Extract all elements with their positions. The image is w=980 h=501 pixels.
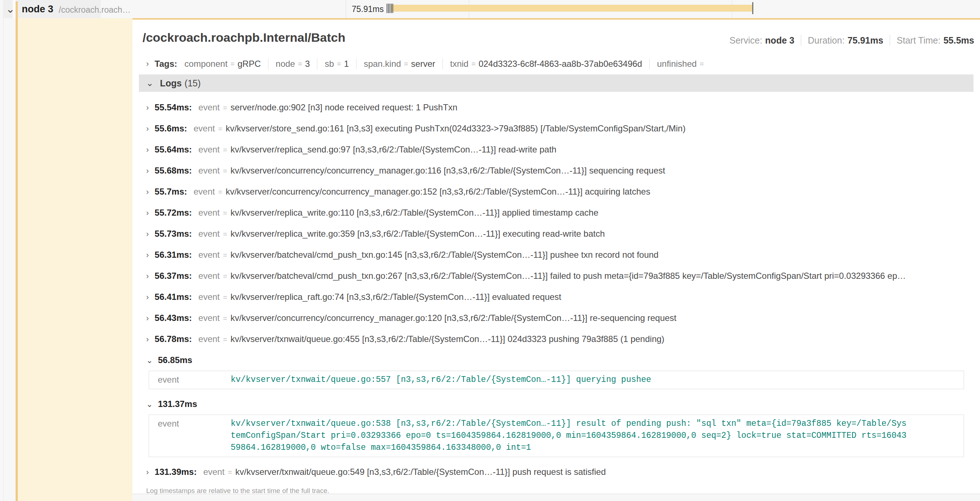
equals-icon: =	[218, 188, 222, 196]
logs-list: ›55.54ms:event=server/node.go:902 [n3] n…	[139, 97, 974, 495]
equals-icon: =	[223, 104, 228, 112]
equals-icon: =	[700, 60, 704, 68]
service-color-stripe	[16, 2, 18, 501]
log-marker-tick	[387, 4, 387, 13]
log-timestamp: 56.31ms:	[154, 250, 192, 260]
equals-icon: =	[298, 60, 302, 68]
duration-label: Duration:	[808, 35, 844, 46]
span-row[interactable]: ⌄ node 3 /cockroach.roach… 75.91ms	[0, 0, 980, 18]
log-field: event	[198, 229, 220, 239]
chevron-right-icon: ›	[146, 223, 149, 244]
log-row[interactable]: ›55.68ms:event=kv/kvserver/concurrency/c…	[139, 160, 974, 181]
log-field: event	[194, 123, 215, 133]
logs-count: (15)	[185, 78, 200, 89]
log-row[interactable]: ›56.31ms:event=kv/kvserver/batcheval/cmd…	[139, 244, 974, 265]
log-row[interactable]: ›131.39ms:event=kv/kvserver/txnwait/queu…	[139, 461, 974, 482]
chevron-right-icon: ›	[146, 161, 149, 181]
tag-item: span.kind=server	[364, 59, 435, 69]
logs-title: Logs	[160, 78, 182, 89]
log-message: kv/kvserver/store_send.go:161 [n3,s3] ex…	[226, 123, 686, 133]
log-marker-tick	[393, 4, 393, 13]
log-marker-tick	[390, 4, 390, 13]
equals-icon: =	[230, 60, 235, 68]
span-duration-label: 75.91ms	[319, 4, 384, 14]
log-field-value: kv/kvserver/txnwait/queue.go:557 [n3,s3,…	[231, 371, 908, 389]
span-end-marker	[752, 2, 753, 14]
left-rail-divider	[3, 0, 4, 501]
log-field: event	[198, 334, 220, 344]
tag-item: txnid=024d3323-6c8f-4863-aa8b-37ab0e6349…	[450, 59, 642, 69]
log-row[interactable]: ›56.37ms:event=kv/kvserver/batcheval/cmd…	[139, 265, 974, 286]
tags-accordion[interactable]: › Tags: component=gRPC node=3 sb=1 span.…	[146, 57, 707, 71]
tag-item: sb=1	[325, 59, 348, 69]
log-row[interactable]: ›55.54ms:event=server/node.go:902 [n3] n…	[139, 97, 974, 118]
log-timestamp: 56.37ms:	[154, 271, 192, 281]
service-name: node 3	[22, 4, 53, 15]
service-label: Service:	[729, 35, 762, 46]
equals-icon: =	[223, 146, 228, 154]
log-row[interactable]: ›55.7ms:event=kv/kvserver/concurrency/co…	[139, 181, 974, 202]
log-message: kv/kvserver/replica_write.go:359 [n3,s3,…	[230, 229, 605, 239]
log-field: event	[198, 145, 220, 154]
divider	[442, 59, 443, 69]
log-row-expanded-header[interactable]: ⌄56.85ms	[139, 349, 974, 371]
logs-accordion-header[interactable]: ⌄ Logs (15)	[139, 74, 974, 92]
log-field: event	[198, 292, 220, 302]
log-row[interactable]: ›56.43ms:event=kv/kvserver/concurrency/c…	[139, 308, 974, 329]
span-detail-panel: /cockroach.roachpb.Internal/Batch Servic…	[132, 19, 980, 494]
log-timestamp: 55.7ms:	[154, 187, 187, 196]
equals-icon: =	[223, 314, 228, 322]
log-row[interactable]: ›55.73ms:event=kv/kvserver/replica_write…	[139, 223, 974, 244]
chevron-right-icon: ›	[146, 118, 149, 139]
chevron-right-icon: ›	[146, 462, 149, 482]
divider	[890, 35, 890, 46]
log-message: kv/kvserver/concurrency/concurrency_mana…	[230, 166, 665, 176]
log-message: kv/kvserver/txnwait/queue.go:549 [n3,s3,…	[235, 467, 606, 477]
chevron-right-icon: ›	[146, 203, 149, 223]
equals-icon: =	[223, 230, 228, 238]
tags-label: Tags:	[154, 59, 177, 69]
span-duration-bar[interactable]	[391, 5, 753, 12]
log-field: event	[198, 313, 220, 323]
start-time-value: 55.5ms	[943, 35, 974, 46]
chevron-right-icon: ›	[146, 97, 149, 118]
log-field: event	[149, 415, 231, 457]
detail-indent-column	[18, 18, 132, 501]
log-marker-tick	[391, 4, 392, 13]
collapse-span-chevron-icon[interactable]: ⌄	[6, 3, 15, 15]
log-field: event	[198, 166, 220, 176]
service-value: node 3	[765, 35, 795, 46]
log-row[interactable]: ›56.78ms:event=kv/kvserver/txnwait/queue…	[139, 329, 974, 349]
log-field: event	[194, 187, 215, 196]
log-row-expanded-header[interactable]: ⌄131.37ms	[139, 394, 974, 415]
log-timestamp: 56.41ms:	[154, 292, 192, 302]
log-field: event	[149, 371, 231, 389]
equals-icon: =	[223, 272, 228, 280]
equals-icon: =	[223, 294, 228, 302]
equals-icon: =	[223, 251, 228, 259]
tag-item: component=gRPC	[185, 59, 261, 69]
log-row[interactable]: ›55.72ms:event=kv/kvserver/replica_write…	[139, 202, 974, 223]
log-detail-table: event kv/kvserver/txnwait/queue.go:557 […	[149, 371, 964, 389]
log-row[interactable]: ›55.6ms:event=kv/kvserver/store_send.go:…	[139, 118, 974, 139]
log-timestamp: 55.64ms:	[154, 145, 192, 154]
equals-icon: =	[223, 167, 228, 175]
divider	[356, 59, 356, 69]
log-message: kv/kvserver/replica_write.go:110 [n3,s3,…	[230, 207, 598, 217]
equals-icon: =	[404, 60, 408, 68]
chevron-right-icon: ›	[146, 139, 149, 160]
log-message: kv/kvserver/txnwait/queue.go:455 [n3,s3,…	[230, 334, 664, 344]
equals-icon: =	[337, 60, 341, 68]
trace-view: ⌄ node 3 /cockroach.roach… 75.91ms /cock…	[0, 0, 980, 501]
log-timestamp: 55.54ms:	[154, 102, 192, 112]
chevron-right-icon: ›	[146, 182, 149, 202]
logs-footer-note: Log timestamps are relative to the start…	[139, 482, 974, 495]
start-time-label: Start Time:	[897, 35, 940, 46]
log-row[interactable]: ›55.64ms:event=kv/kvserver/replica_send.…	[139, 139, 974, 160]
log-message: kv/kvserver/batcheval/cmd_push_txn.go:26…	[230, 271, 906, 281]
log-row[interactable]: ›56.41ms:event=kv/kvserver/replica_raft.…	[139, 286, 974, 308]
equals-icon: =	[218, 125, 222, 133]
log-message: server/node.go:902 [n3] node received re…	[230, 102, 457, 112]
log-message: kv/kvserver/batcheval/cmd_push_txn.go:14…	[230, 250, 658, 260]
log-timestamp: 56.43ms:	[154, 313, 192, 323]
